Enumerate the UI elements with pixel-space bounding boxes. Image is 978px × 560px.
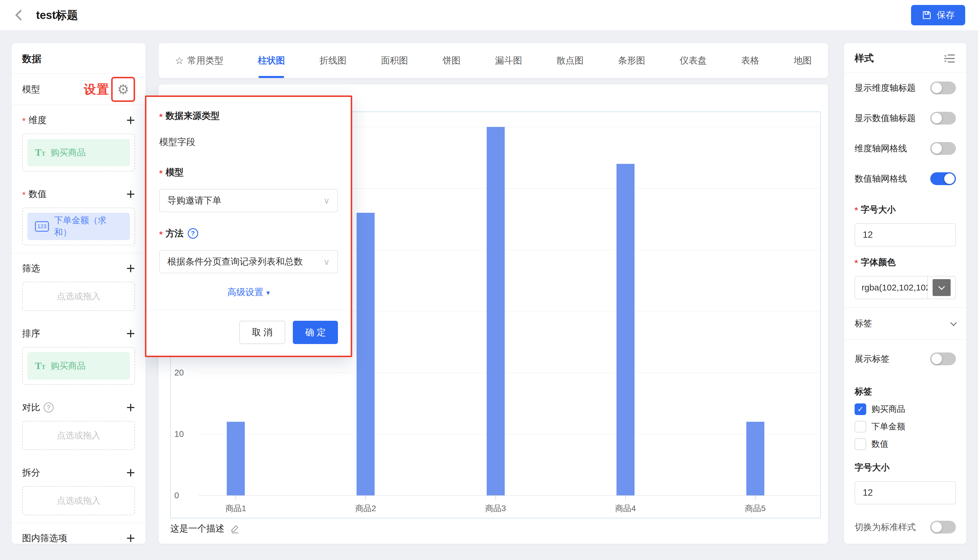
- section-label: 筛选: [22, 262, 40, 275]
- field-dropzone[interactable]: 点选或拖入: [22, 486, 135, 515]
- add-field-button[interactable]: +: [126, 532, 135, 544]
- style-toggle-rows: 显示维度轴标题显示数值轴标题维度轴网格线数值轴网格线: [855, 73, 956, 194]
- required-asterisk: *: [855, 258, 858, 268]
- standard-style-toggle[interactable]: [930, 521, 956, 533]
- top-bar: test标题 保存: [0, 0, 978, 30]
- add-field-button[interactable]: +: [126, 114, 135, 126]
- field-dropzone[interactable]: TT购买商品: [22, 133, 135, 172]
- x-tick: [755, 495, 756, 500]
- required-asterisk: *: [159, 229, 163, 239]
- gear-icon[interactable]: ⚙: [117, 83, 129, 96]
- label-collapse-row[interactable]: 标签: [855, 308, 956, 339]
- field-tag[interactable]: TT购买商品: [27, 139, 130, 166]
- field-tag[interactable]: TT购买商品: [27, 352, 130, 380]
- field-dropzone[interactable]: 123下单金额（求和）: [22, 208, 135, 245]
- help-icon[interactable]: ?: [44, 403, 53, 412]
- field-dropzone[interactable]: TT购买商品: [22, 347, 135, 385]
- tab-地图[interactable]: 地图: [794, 43, 812, 78]
- back-icon[interactable]: [15, 10, 26, 21]
- cancel-button[interactable]: 取 消: [239, 321, 285, 344]
- bar-商品5[interactable]: [746, 422, 764, 495]
- color-picker-button[interactable]: [927, 277, 955, 298]
- save-button[interactable]: 保存: [911, 5, 965, 25]
- data-section-对比: 对比?+点选或拖入: [22, 392, 135, 450]
- tab-表格[interactable]: 表格: [741, 43, 759, 78]
- required-asterisk: *: [855, 205, 858, 215]
- checkbox-下单金额[interactable]: [855, 421, 866, 433]
- standard-style-toggle-mount: [930, 521, 956, 533]
- tab-label: 表格: [741, 55, 759, 67]
- tab-饼图[interactable]: 饼图: [442, 43, 460, 78]
- toggle-数值轴网格线[interactable]: [930, 172, 956, 185]
- x-tick-label: 商品3: [485, 503, 506, 514]
- tab-散点图[interactable]: 散点图: [556, 43, 583, 78]
- toggle-维度轴网格线[interactable]: [930, 142, 956, 155]
- tab-条形图[interactable]: 条形图: [618, 43, 645, 78]
- tab-仪表盘[interactable]: 仪表盘: [680, 43, 707, 78]
- checkbox-数值[interactable]: [855, 438, 866, 450]
- tab-label: 面积图: [381, 55, 408, 67]
- tab-label: 常用类型: [187, 55, 223, 67]
- toggle-knob: [931, 522, 942, 532]
- bar-商品1[interactable]: [227, 422, 245, 495]
- add-field-button[interactable]: +: [126, 467, 135, 478]
- model-select-value: 导购邀请下单: [167, 195, 222, 207]
- bar-商品4[interactable]: [616, 164, 635, 495]
- font-color-input[interactable]: rgba(102,102,102: [855, 277, 927, 298]
- tab-常用类型[interactable]: ☆常用类型: [175, 43, 223, 78]
- bar-商品2[interactable]: [357, 213, 375, 495]
- add-field-button[interactable]: +: [126, 328, 135, 339]
- toggle-label: 显示数值轴标题: [855, 112, 916, 124]
- add-field-button[interactable]: +: [126, 402, 135, 413]
- collapse-list-icon[interactable]: [942, 53, 956, 64]
- font-size-label-row: * 字号大小: [855, 204, 956, 216]
- chevron-down-icon: [938, 283, 945, 290]
- chevron-down-icon: ∨: [323, 196, 330, 206]
- modal-footer: 取 消 确 定: [147, 310, 351, 356]
- field-dropzone[interactable]: 点选或拖入: [22, 421, 135, 450]
- required-asterisk: *: [22, 116, 26, 127]
- help-icon[interactable]: ?: [188, 228, 198, 239]
- checkbox-label: 购买商品: [871, 403, 905, 415]
- tab-柱状图[interactable]: 柱状图: [258, 43, 285, 78]
- edit-pencil-icon[interactable]: [230, 523, 240, 534]
- standard-style-row: 切换为标准样式: [855, 504, 956, 542]
- tab-label: 地图: [794, 55, 812, 67]
- style-panel-title: 样式: [855, 52, 874, 65]
- section-label: 图内筛选项: [22, 532, 67, 544]
- settings-annotation-box: ⚙: [111, 77, 135, 102]
- x-tick-label: 商品4: [615, 503, 636, 514]
- toggle-显示维度轴标题[interactable]: [930, 82, 956, 94]
- checkbox-购买商品[interactable]: ✓: [855, 403, 866, 415]
- source-type-label: 数据来源类型: [166, 110, 220, 122]
- font-size-input[interactable]: 12: [855, 223, 956, 247]
- add-field-button[interactable]: +: [126, 263, 135, 274]
- show-label-toggle[interactable]: [930, 352, 956, 365]
- model-row: 模型 设置 ⚙: [22, 74, 135, 105]
- add-field-button[interactable]: +: [126, 188, 135, 200]
- section-label: 维度: [28, 114, 47, 126]
- tab-面积图[interactable]: 面积图: [381, 43, 408, 78]
- model-select[interactable]: 导购邀请下单 ∨: [159, 189, 338, 212]
- advanced-settings-link[interactable]: 高级设置▾: [159, 286, 338, 298]
- method-select[interactable]: 根据条件分页查询记录列表和总数 ∨: [159, 250, 338, 273]
- y-tick-label: 0: [174, 491, 179, 500]
- tab-label: 饼图: [442, 55, 460, 67]
- color-swatch: [933, 279, 951, 296]
- tab-label: 散点图: [556, 55, 583, 67]
- toggle-row-显示数值轴标题: 显示数值轴标题: [855, 103, 956, 133]
- settings-annotation-text: 设置: [84, 81, 110, 98]
- tab-漏斗图[interactable]: 漏斗图: [495, 43, 522, 78]
- field-dropzone[interactable]: 点选或拖入: [22, 282, 135, 311]
- tab-折线图[interactable]: 折线图: [319, 43, 347, 78]
- field-tag[interactable]: 123下单金额（求和）: [27, 213, 130, 240]
- bar-商品3[interactable]: [487, 127, 505, 495]
- required-asterisk: *: [159, 168, 163, 178]
- method-label-row: * 方法 ?: [159, 227, 338, 240]
- gridline: [198, 434, 820, 434]
- toggle-显示数值轴标题[interactable]: [930, 112, 956, 125]
- source-type-value[interactable]: 模型字段: [159, 136, 338, 148]
- confirm-button[interactable]: 确 定: [293, 321, 338, 344]
- dropzone-placeholder: 点选或拖入: [57, 430, 100, 442]
- label-font-size-input[interactable]: 12: [855, 481, 956, 504]
